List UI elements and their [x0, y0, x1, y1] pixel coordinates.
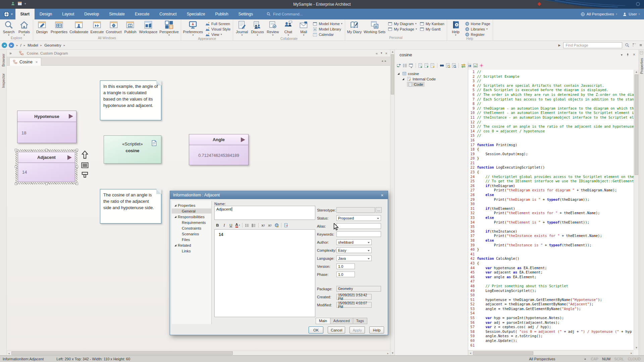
hamburger-menu-icon[interactable]: ≡ — [639, 43, 642, 48]
field-status[interactable]: Proposed — [336, 215, 381, 221]
ribbon-tab-develop[interactable]: Develop — [79, 9, 104, 19]
dialog-tree-constraints[interactable]: Constraints — [172, 226, 211, 231]
ribbon-item-my-diagram[interactable]: My Diagram▾ — [388, 21, 417, 26]
ribbon-tab-specialize[interactable]: Specialize — [182, 9, 210, 19]
notes-hyperlink-icon[interactable] — [273, 222, 280, 228]
dialog-title-bar[interactable]: InformationItem : Adjacent × — [170, 191, 388, 199]
quicklink-list-icon[interactable] — [81, 162, 89, 168]
ribbon-tab-simulate[interactable]: Simulate — [104, 9, 130, 19]
ribbon-item-chat[interactable]: Chat▾ — [280, 20, 296, 36]
dialog-tree-properties[interactable]: Properties — [172, 203, 211, 208]
notes-fontcolor-icon[interactable]: A▾ — [234, 222, 241, 228]
canvas-vertical-scrollbar[interactable]: ▲ ▼ — [390, 50, 394, 355]
name-field[interactable]: Adjacent — [214, 206, 315, 220]
ribbon-item-my-kanban[interactable]: My Kanban — [420, 21, 444, 26]
note-element-top[interactable]: In this example, the angle of a triangle… — [100, 80, 161, 120]
ribbon-tab-execute[interactable]: Execute — [130, 9, 154, 19]
ribbon-item-collaborate[interactable]: Collaborate — [68, 20, 89, 34]
notes-numbers-icon[interactable] — [251, 222, 257, 228]
ribbon-item-publish[interactable]: Publish — [122, 20, 138, 34]
dock-tab-properties[interactable]: Properties — [640, 58, 644, 74]
quick-access-user-icon[interactable] — [11, 1, 15, 6]
find-package-input[interactable]: Find Package — [563, 42, 622, 48]
quick-access-caret-icon[interactable]: ▾ — [24, 2, 26, 5]
toolbar-searchdoc-icon[interactable] — [451, 63, 457, 68]
ribbon-item-execute[interactable]: Execute — [89, 20, 105, 34]
ribbon-tab-publish[interactable]: Publish — [210, 9, 233, 19]
ribbon-item-portals[interactable]: Portals▾ — [16, 20, 32, 36]
ribbon-item-help[interactable]: Help▾ — [448, 20, 464, 36]
field-phase[interactable]: 1.0 — [336, 272, 355, 277]
toolbar-list-icon[interactable] — [402, 63, 408, 68]
ribbon-tab-start[interactable]: Start — [15, 9, 35, 19]
ribbon-item-journal[interactable]: Journal▾ — [234, 20, 250, 36]
notes-subscript-icon[interactable]: x2 — [267, 222, 273, 228]
notes-bold-icon[interactable]: B — [214, 222, 221, 228]
dialog-tree-responsibilities[interactable]: Responsibilities — [172, 214, 211, 219]
help-button[interactable]: Help — [369, 326, 384, 334]
toolbar-zoomdoc-icon[interactable] — [445, 63, 450, 68]
ribbon-item-construct[interactable]: Construct — [105, 20, 122, 34]
app-menu-button[interactable]: ▾ — [3, 10, 13, 18]
field-version[interactable]: 1.0 — [336, 263, 355, 269]
ok-button[interactable]: OK — [309, 326, 323, 334]
ribbon-item-design[interactable]: Design — [34, 20, 50, 34]
breadcrumb-item--[interactable]: / — [20, 43, 21, 47]
ellipsis-button[interactable]: … — [376, 207, 382, 213]
nav-forward-button[interactable]: ▸ — [9, 43, 14, 48]
ribbon-item-properties[interactable]: Properties — [50, 20, 68, 34]
toolbar-win-icon[interactable] — [409, 63, 414, 68]
dialog-tab-advanced[interactable]: Advanced — [330, 318, 353, 324]
dialog-tree-requirements[interactable]: Requirements — [172, 220, 211, 225]
ribbon-item-visual-style[interactable]: Visual Style — [205, 26, 230, 32]
hypotenuse-element[interactable]: Hypotenuse 18 — [17, 111, 76, 143]
ribbon-tab-settings[interactable]: Settings — [233, 9, 258, 19]
notes-italic-icon[interactable]: I — [221, 222, 227, 228]
notes-superscript-icon[interactable]: x2 — [260, 222, 266, 228]
user-menu[interactable]: User▾ — [623, 12, 640, 16]
field-keywords[interactable] — [336, 231, 381, 237]
quick-access-grid-icon[interactable] — [17, 1, 22, 6]
notes-bullets-icon[interactable] — [244, 222, 250, 228]
code-editor[interactable]: 1//2// Scriptlet Example3//4// Scriptlet… — [468, 70, 634, 350]
cancel-button[interactable]: Cancel — [328, 326, 345, 334]
ribbon-item-preferences[interactable]: Preferences▾ — [182, 20, 204, 36]
toolbar-import-icon[interactable] — [424, 63, 429, 68]
quicklink-funnel-icon[interactable] — [81, 171, 89, 179]
toolbar-new-icon[interactable] — [430, 63, 435, 68]
field-alias[interactable] — [336, 223, 381, 229]
ribbon-item-mail[interactable]: Mail▾ — [296, 20, 311, 36]
toolbar-find-icon[interactable] — [439, 63, 444, 68]
nav-back-button[interactable]: ◂ — [2, 43, 7, 48]
dock-list-icon[interactable] — [640, 51, 643, 55]
tab-scroll-arrows[interactable]: ◂▸ — [381, 59, 388, 63]
close-diagram-strip-icon[interactable]: × — [385, 51, 387, 55]
ribbon-item-libraries[interactable]: Libraries▾ — [465, 26, 490, 32]
ribbon-tab-design[interactable]: Design — [35, 9, 57, 19]
scriptlet-element[interactable]: «Scriptlet» cosine — [104, 135, 161, 164]
pin-icon[interactable] — [626, 53, 630, 57]
panel-tree-cosine[interactable]: cosine — [395, 71, 467, 76]
dialog-tree-related[interactable]: Related — [172, 243, 211, 248]
note-element-bottom[interactable]: The cosine of an angle is the ratio of t… — [100, 189, 161, 224]
field-complexity[interactable]: Easy — [336, 247, 372, 253]
dock-tab-browser[interactable]: Browser — [1, 54, 5, 67]
dialog-tree-general[interactable]: General — [172, 208, 211, 214]
ribbon-item-home-page[interactable]: Home Page — [465, 21, 490, 26]
dock-tab-inspector[interactable]: Inspector — [1, 73, 5, 88]
ribbon-item-my-package[interactable]: My Package▾ — [388, 26, 417, 32]
ribbon-item-register[interactable]: Register — [465, 32, 490, 37]
toolbar-swap-icon[interactable] — [461, 63, 466, 68]
quicklink-up-arrow-icon[interactable] — [81, 150, 89, 159]
panel-menu-caret-icon[interactable]: ▾ — [621, 53, 623, 57]
find-command-box[interactable]: Find Command... — [267, 9, 303, 19]
collapse-left-icon[interactable]: « — [376, 51, 378, 55]
ribbon-item-calendar[interactable]: Calendar — [313, 32, 342, 37]
code-vertical-scrollbar[interactable]: ▲ ▼ — [634, 70, 639, 350]
dialog-tree-scenarios[interactable]: Scenarios — [172, 231, 211, 236]
dialog-close-icon[interactable]: × — [379, 193, 385, 198]
address-dots-icon[interactable] — [632, 43, 637, 47]
collapse-up-icon[interactable]: ▾ — [381, 51, 382, 55]
field-author[interactable]: shebbard — [336, 239, 372, 245]
close-tab-icon[interactable]: × — [36, 60, 38, 64]
